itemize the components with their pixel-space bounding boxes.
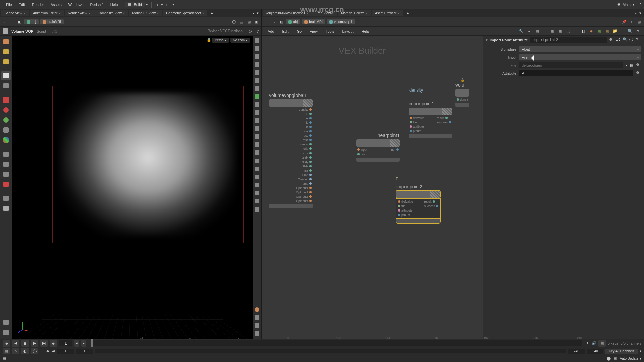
rtool-14[interactable]: [254, 141, 260, 148]
ntool-help[interactable]: ?: [635, 28, 641, 35]
port-dot[interactable]: [457, 98, 459, 101]
help-q-icon[interactable]: ?: [639, 3, 641, 7]
file-input[interactable]: defgeo.bgeo: [519, 62, 623, 68]
rtool-11[interactable]: [254, 117, 260, 124]
status-warn-icon[interactable]: ⬤: [607, 356, 611, 361]
gear-icon[interactable]: ⚙: [636, 63, 641, 68]
ntool-9[interactable]: ▤: [596, 28, 602, 35]
tool-snap-red[interactable]: [1, 95, 11, 105]
rtool-7[interactable]: [254, 85, 260, 92]
node-menu-edit[interactable]: Edit: [279, 29, 292, 33]
rtool-20[interactable]: [254, 190, 260, 196]
add-node-icon[interactable]: +: [629, 19, 635, 25]
close-icon[interactable]: ×: [307, 12, 308, 15]
tool-snap-point[interactable]: [1, 105, 11, 115]
prop-node-name[interactable]: importpoint2: [530, 37, 607, 43]
nav-misc-icon[interactable]: ◧: [17, 19, 23, 25]
port-dot[interactable]: [309, 187, 312, 189]
rtool-12[interactable]: [254, 125, 260, 132]
range-start-input[interactable]: [57, 349, 74, 354]
node-menu-layout[interactable]: Layout: [339, 29, 357, 33]
path-brainmri[interactable]: brainMRI: [302, 19, 325, 24]
ntool-2[interactable]: ≡: [526, 28, 533, 35]
layout-icon[interactable]: ▦: [636, 19, 642, 25]
menu-assets[interactable]: Assets: [47, 3, 65, 7]
tool-select[interactable]: [1, 47, 11, 56]
range-end-b-input[interactable]: [587, 349, 603, 354]
path-brainmri[interactable]: brainMRI: [40, 19, 64, 24]
pane-menu-icon[interactable]: ▪: [251, 11, 255, 15]
rtool-18[interactable]: [254, 174, 260, 180]
filter-icon[interactable]: ⎇: [616, 37, 621, 43]
attribute-input[interactable]: P: [519, 70, 633, 76]
port-dot[interactable]: [398, 214, 400, 216]
chevron-down-icon[interactable]: ▾: [486, 38, 488, 42]
tool-lasso[interactable]: [1, 57, 11, 66]
rtool-b[interactable]: [254, 322, 260, 329]
range-next-button[interactable]: ⏭: [51, 349, 55, 353]
range-track[interactable]: [95, 349, 566, 353]
key-all-dropdown-icon[interactable]: ▾: [640, 349, 641, 353]
timeline-menu-icon[interactable]: ▤: [598, 340, 606, 347]
node-menu-tools[interactable]: Tools: [322, 29, 338, 33]
rtool-c[interactable]: [254, 330, 260, 337]
port-dot[interactable]: [357, 148, 360, 151]
rtool-3[interactable]: [254, 53, 260, 60]
range-opt-1[interactable]: ▤: [3, 348, 10, 354]
port-dot[interactable]: [309, 191, 312, 193]
ntool-3[interactable]: ▤: [534, 28, 541, 35]
shelf-selector[interactable]: + Main: [154, 2, 171, 7]
node-body[interactable]: [409, 108, 452, 115]
port-dot[interactable]: [410, 117, 412, 119]
menu-windows[interactable]: Windows: [65, 3, 87, 7]
rtool-17[interactable]: [254, 166, 260, 172]
node-menu-help[interactable]: Help: [358, 29, 373, 33]
tool-scale[interactable]: [1, 170, 11, 179]
range-opt-4[interactable]: ◯: [31, 348, 38, 354]
rtool-warn[interactable]: [254, 306, 260, 313]
split-icon[interactable]: ▣: [253, 19, 259, 25]
rtool-22[interactable]: [254, 206, 260, 213]
port-dot[interactable]: [309, 147, 312, 150]
tab-scene-view[interactable]: Scene View×: [1, 10, 29, 16]
node-importpoint2[interactable]: importpoint2 defvalue file attribute ptn…: [396, 184, 440, 223]
tab-render-view[interactable]: Render View×: [65, 10, 94, 16]
viewport-3d[interactable]: 🔒 Persp▾ No cam▾: [12, 36, 253, 339]
rtool-16[interactable]: [254, 158, 260, 164]
pin-icon[interactable]: 📌: [621, 19, 627, 25]
port-dot[interactable]: [436, 205, 438, 207]
ntool-4[interactable]: ▦: [549, 28, 555, 35]
radial-menu-selector[interactable]: ◉ Main ▾ ?: [617, 2, 641, 7]
port-dot[interactable]: [309, 174, 312, 176]
nav-misc-icon[interactable]: ◧: [278, 19, 284, 25]
rtool-8[interactable]: [254, 93, 260, 100]
rtool-21[interactable]: [254, 198, 260, 204]
port-dot[interactable]: [309, 108, 312, 111]
nav-fwd-icon[interactable]: →: [271, 19, 277, 25]
snapshot-icon[interactable]: ◯: [231, 19, 237, 25]
port-dot[interactable]: [396, 148, 399, 151]
rtool-19[interactable]: [254, 182, 260, 188]
ntool-search[interactable]: 🔍: [627, 28, 633, 35]
file-dropdown-icon[interactable]: ▾: [626, 64, 627, 67]
port-dot[interactable]: [309, 117, 312, 119]
range-end-a-input[interactable]: [568, 349, 585, 354]
current-frame-input[interactable]: [59, 340, 72, 346]
tab-network-path[interactable]: /obj/brainMRI/volumevop1×: [263, 10, 312, 16]
tool-display-opts[interactable]: [1, 328, 11, 337]
pane-expand-icon[interactable]: ▾: [638, 11, 643, 15]
step-back-button[interactable]: ◀: [12, 340, 19, 347]
port-dot[interactable]: [433, 200, 435, 203]
menu-render[interactable]: Render: [29, 3, 47, 7]
port-dot[interactable]: [398, 209, 400, 212]
pane-menu-icon[interactable]: ▪: [634, 11, 638, 15]
range-start2-input[interactable]: [76, 349, 93, 354]
close-icon[interactable]: ×: [332, 12, 334, 15]
tab-motion-fx[interactable]: Motion FX View×: [129, 10, 162, 16]
goto-end-button[interactable]: ⏭: [50, 340, 57, 347]
rtool-a[interactable]: [254, 314, 260, 321]
node-canvas[interactable]: VEX Builder density P volumevopglobal1: [262, 36, 483, 339]
port-dot[interactable]: [309, 200, 312, 202]
persp-chip[interactable]: Persp▾: [212, 38, 229, 43]
desktop-selector[interactable]: ▦ Build: [125, 2, 144, 7]
